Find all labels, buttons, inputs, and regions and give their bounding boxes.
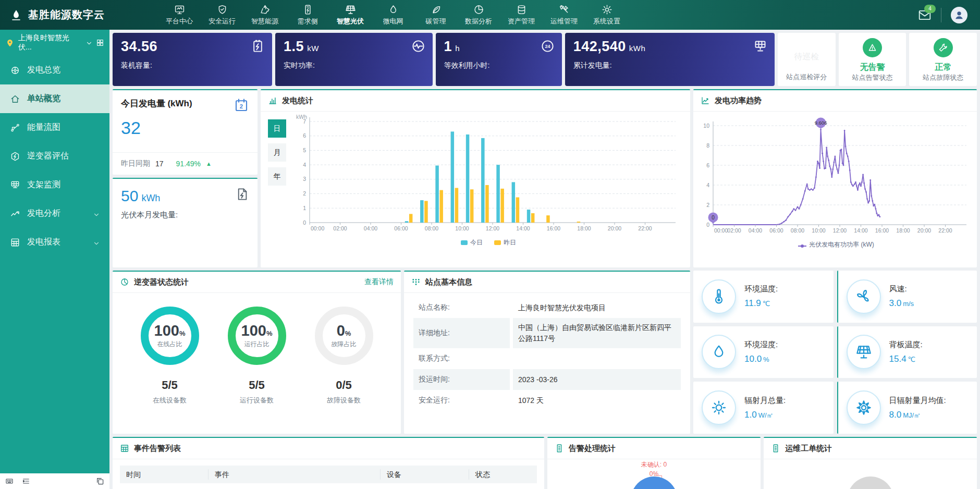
table-column-3: 状态 xyxy=(469,469,532,480)
window-stack-icon[interactable] xyxy=(96,477,104,485)
svg-text:0: 0 xyxy=(712,215,715,221)
sidebar-item-station-overview[interactable]: 单站概览 xyxy=(0,84,109,113)
clock24-icon: 24 xyxy=(541,39,555,53)
nav-item-demand-side[interactable]: 需求侧 xyxy=(294,4,321,26)
env-card-ambient-temperature: 环境温度:11.9℃ xyxy=(693,271,834,323)
alarm-unconfirmed-label: 未确认: 0 xyxy=(547,460,761,469)
sidebar-item-energy-flow[interactable]: 能量流图 xyxy=(0,113,109,142)
site-info-row: 站点名称:上海良时智慧光伏发电项目 xyxy=(413,297,681,318)
document-icon xyxy=(771,444,780,453)
app-logo: 基胜能源数字云 xyxy=(0,8,166,22)
chevron-down-icon xyxy=(93,239,100,246)
nav-item-safe-operation[interactable]: 安全运行 xyxy=(209,4,236,26)
legend-item-昨日[interactable]: 昨日 xyxy=(494,238,516,247)
stat-value: 1.5kW xyxy=(284,39,424,55)
table-icon xyxy=(120,444,129,453)
location-pin-icon xyxy=(5,38,15,47)
svg-text:12:00: 12:00 xyxy=(833,227,847,234)
svg-text:6: 6 xyxy=(706,162,709,168)
status-text: 无告警 xyxy=(860,62,885,73)
svg-text:0: 0 xyxy=(706,222,709,228)
monitor-icon xyxy=(174,4,185,15)
svg-text:08:00: 08:00 xyxy=(791,227,804,234)
nav-item-platform-center[interactable]: 平台中心 xyxy=(166,4,193,26)
left-sidebar: 上海良时智慧光伏... 发电总览单站概览能量流图逆变器评估支架监测发电分析发电报… xyxy=(0,30,109,489)
nav-item-smart-energy[interactable]: 智慧能源 xyxy=(251,4,278,26)
nav-item-microgrid[interactable]: 微电网 xyxy=(379,4,407,26)
svg-text:02:00: 02:00 xyxy=(727,227,741,234)
device-count: 0/5 xyxy=(336,378,352,392)
site-info-header: 站点基本信息 xyxy=(404,272,690,293)
site-info-value: 上海良时智慧光伏发电项目 xyxy=(513,297,681,318)
table-column-2: 设备 xyxy=(381,469,469,480)
tab-年[interactable]: 年 xyxy=(268,167,286,186)
sidebar-item-gen-analysis[interactable]: 发电分析 xyxy=(0,199,109,228)
sun-glyph xyxy=(710,399,727,416)
sidebar-item-inverter-eval[interactable]: 逆变器评估 xyxy=(0,142,109,170)
app-title: 基胜能源数字云 xyxy=(28,8,105,22)
inverter-ring-column: 100%运行占比5/5运行设备数 xyxy=(228,307,286,405)
ring-percent: 0% xyxy=(337,323,351,338)
calendar-icon: 2 xyxy=(234,97,249,113)
inverter-status-header: 逆变器状态统计 查看详情 xyxy=(113,272,401,293)
nav-item-carbon-mgmt[interactable]: 碳管理 xyxy=(422,4,449,26)
svg-text:04:00: 04:00 xyxy=(364,225,377,231)
svg-text:1: 1 xyxy=(303,205,306,211)
nav-item-om-mgmt[interactable]: 运维管理 xyxy=(550,4,578,26)
device-count-label: 在线设备数 xyxy=(153,396,187,405)
env-unit: % xyxy=(763,356,769,363)
nav-item-label: 资产管理 xyxy=(508,17,535,26)
solarmon-icon xyxy=(753,39,767,53)
device-count: 5/5 xyxy=(249,378,265,392)
chevron-down-icon xyxy=(93,211,100,217)
environment-grid: 环境温度:11.9℃风速:3.0m/s环境湿度:10.0%背板温度:15.4℃辐… xyxy=(693,271,977,434)
sidebar-item-label: 逆变器评估 xyxy=(27,151,69,162)
stat-label: 实时功率: xyxy=(284,61,424,70)
event-alarm-header: 事件告警列表 xyxy=(113,438,544,459)
user-avatar[interactable] xyxy=(951,7,967,23)
power-line-chart: 024681009.60600:0002:0004:0006:0008:0010… xyxy=(697,115,975,267)
trend-up-icon: ▲ xyxy=(206,161,212,167)
svg-text:10:00: 10:00 xyxy=(812,227,825,234)
svg-text:22:00: 22:00 xyxy=(638,225,652,231)
station-grid-icon[interactable] xyxy=(96,39,104,47)
main-nav-menu: 平台中心安全运行智慧能源需求侧智慧光伏微电网碳管理数据分析资产管理运维管理系统设… xyxy=(166,4,620,26)
bar-chart-legend[interactable]: 今日昨日 xyxy=(291,238,686,247)
tab-日[interactable]: 日 xyxy=(268,119,286,138)
site-info-label: 联系方式: xyxy=(413,348,510,369)
legend-item-power[interactable]: 光伏发电有功功率 (kW) xyxy=(798,240,874,249)
svg-text:4: 4 xyxy=(706,182,709,188)
stat-label: 装机容量: xyxy=(121,61,264,70)
ring-percent: 100% xyxy=(154,323,186,338)
sidebar-item-label: 能量流图 xyxy=(27,122,60,133)
view-details-link[interactable]: 查看详情 xyxy=(364,277,394,287)
env-text: 风速:3.0m/s xyxy=(889,284,914,309)
message-icon[interactable]: 4 xyxy=(918,8,932,22)
env-label: 背板温度: xyxy=(889,340,923,350)
generation-stats-header: 发电统计 xyxy=(261,90,690,112)
keyboard-toggle-icon[interactable] xyxy=(5,477,14,485)
inverter-icon xyxy=(10,151,20,162)
dashboard-page: 基胜能源数字云 平台中心安全运行智慧能源需求侧智慧光伏微电网碳管理数据分析资产管… xyxy=(0,0,980,489)
station-selector[interactable]: 上海良时智慧光伏... xyxy=(0,30,109,56)
ring-label: 在线占比 xyxy=(157,340,182,349)
sidebar-item-gen-overview[interactable]: 发电总览 xyxy=(0,56,109,84)
nav-item-data-analysis[interactable]: 数据分析 xyxy=(465,4,492,26)
nav-item-system-settings[interactable]: 系统设置 xyxy=(593,4,620,26)
nav-item-smart-pv[interactable]: 智慧光伏 xyxy=(337,4,364,26)
nav-item-asset-mgmt[interactable]: 资产管理 xyxy=(508,4,535,26)
droplet-icon xyxy=(388,4,399,15)
collapse-menu-icon[interactable] xyxy=(22,477,30,485)
sidebar-item-gen-report[interactable]: 发电报表 xyxy=(0,228,109,256)
svg-text:2: 2 xyxy=(240,103,243,109)
tab-月[interactable]: 月 xyxy=(268,143,286,162)
site-info-value xyxy=(513,348,681,369)
legend-item-今日[interactable]: 今日 xyxy=(461,238,483,247)
sidebar-item-bracket-monitor[interactable]: 支架监测 xyxy=(0,170,109,199)
leaf-icon xyxy=(431,4,442,15)
env-value: 15.4℃ xyxy=(889,354,923,364)
site-info-value: 2023 -03-26 xyxy=(513,369,681,390)
env-label: 风速: xyxy=(889,284,914,294)
line-chart-legend[interactable]: 光伏发电有功功率 (kW) xyxy=(697,240,975,249)
site-info-row: 联系方式: xyxy=(413,348,681,369)
